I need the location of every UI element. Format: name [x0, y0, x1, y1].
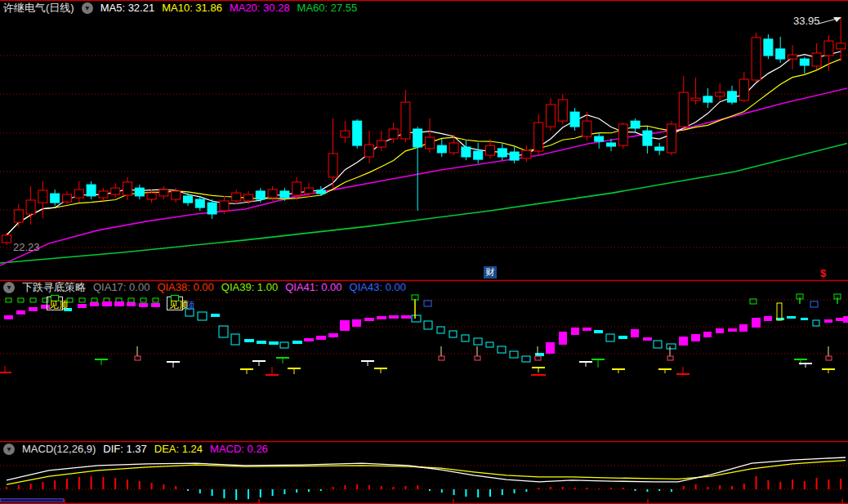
- top-signal-marker: 见顶: [47, 297, 63, 310]
- money-flow-icon[interactable]: $: [820, 267, 826, 279]
- qia17-value: QIA17: 0.00: [93, 281, 150, 293]
- ma5-value: MA5: 32.21: [100, 2, 155, 14]
- stock-chart-window: 许继电气(日线) ▾ MA5: 32.21 MA10: 31.86 MA20: …: [0, 0, 848, 504]
- ma10-value: MA10: 31.86: [162, 2, 222, 14]
- ma20-value: MA20: 30.28: [230, 2, 290, 14]
- dif-value: DIF: 1.37: [103, 443, 146, 455]
- qia41-value: QIA41: 0.00: [285, 281, 341, 293]
- ma60-value: MA60: 27.55: [297, 2, 358, 14]
- top-signal-extra-label: 顶: [185, 299, 195, 313]
- signal-panel-title: 下跌寻底策略: [22, 281, 86, 293]
- qia38-value: QIA38: 0.00: [157, 281, 213, 293]
- signal-panel-header: ▾ 下跌寻底策略 QIA17: 0.00 QIA38: 0.00 QIA39: …: [3, 281, 406, 293]
- high-price-label: 33.95: [793, 15, 820, 27]
- ref-price-label: 22.23: [13, 241, 40, 253]
- top-signal-marker: 见顶 顶: [167, 297, 183, 310]
- chart-canvas: [0, 0, 848, 504]
- main-chart-header: 许继电气(日线) ▾ MA5: 32.21 MA10: 31.86 MA20: …: [3, 2, 357, 14]
- dea-value: DEA: 1.24: [154, 443, 203, 455]
- chevron-down-icon[interactable]: ▾: [3, 282, 15, 293]
- horizontal-scrollbar-thumb[interactable]: [0, 498, 64, 502]
- top-signal-label: 见顶: [49, 298, 69, 312]
- stock-title: 许继电气(日线): [3, 2, 74, 14]
- chevron-down-icon[interactable]: ▾: [3, 444, 15, 455]
- qia39-value: QIA39: 1.00: [221, 281, 278, 293]
- macd-value: MACD: 0.26: [210, 443, 268, 455]
- macd-panel-header: ▾ MACD(12,26,9) DIF: 1.37 DEA: 1.24 MACD…: [3, 443, 268, 455]
- macd-panel-title: MACD(12,26,9): [22, 443, 96, 455]
- qia43-value: QIA43: 0.00: [350, 281, 406, 293]
- news-badge[interactable]: 财: [484, 266, 497, 279]
- chevron-down-icon[interactable]: ▾: [82, 2, 93, 14]
